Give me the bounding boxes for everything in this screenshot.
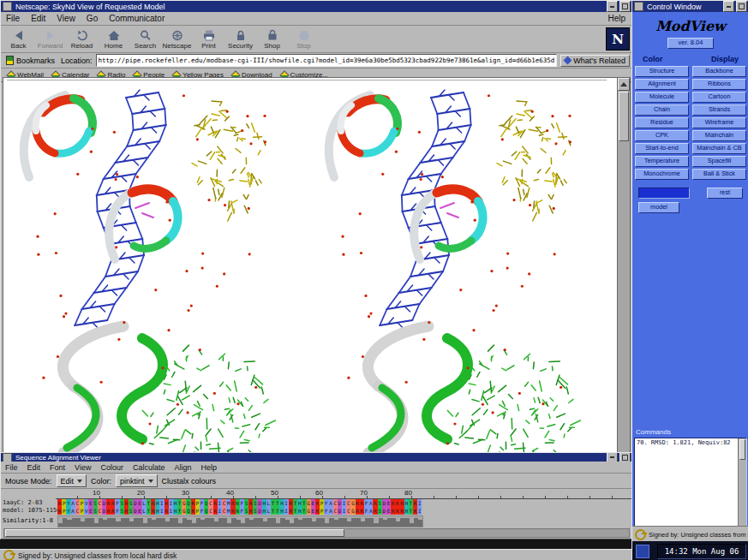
commands-scrollbar[interactable] xyxy=(738,438,746,527)
menu-help[interactable]: Help xyxy=(607,14,625,23)
rest-button[interactable]: rest xyxy=(707,188,743,199)
scroll-up-button[interactable] xyxy=(618,78,630,91)
security-icon xyxy=(234,29,248,42)
display-backbone-button[interactable]: Backbone xyxy=(692,66,746,77)
ruler-tick-40: 40 xyxy=(226,489,234,497)
shop-button[interactable]: Shop xyxy=(256,27,288,51)
desktop-panel: 14:32 Mon Aug 06 xyxy=(632,541,748,560)
back-icon xyxy=(12,29,26,42)
minimize-button[interactable] xyxy=(607,1,618,12)
color-structure-button[interactable]: Structure xyxy=(635,66,689,77)
display-strands-button[interactable]: Strands xyxy=(692,104,746,116)
scroll-thumb[interactable] xyxy=(619,92,629,141)
minimize-button[interactable] xyxy=(723,1,734,12)
modview-version-button[interactable]: ver. 8.04 xyxy=(667,38,714,49)
menu-file[interactable]: File xyxy=(6,14,20,23)
color-residue-button[interactable]: Residue xyxy=(635,117,689,128)
search-button[interactable]: Search xyxy=(129,27,161,51)
chevron-down-icon xyxy=(148,480,153,483)
alignment-ruler: 1020304050607080 xyxy=(56,489,632,499)
color-button-column: StructureAlignmentMoleculeChainResidueCP… xyxy=(635,66,689,180)
modview-window: Control Window ModView ver. 8.04 Color D… xyxy=(631,0,748,560)
reload-button[interactable]: Reload xyxy=(66,27,98,51)
alignment-menu-view[interactable]: View xyxy=(75,463,91,472)
maximize-button[interactable] xyxy=(619,1,631,12)
whats-related-button[interactable]: What's Related xyxy=(560,55,630,67)
mouse-mode-select[interactable]: Edit xyxy=(57,474,87,487)
browser-titlebar[interactable]: Netscape: SkyNd View of Requested Model xyxy=(1,1,632,12)
alignment-menu-file[interactable]: File xyxy=(5,463,18,472)
display-cartoon-button[interactable]: Cartoon xyxy=(692,92,746,103)
stop-button[interactable]: Stop xyxy=(288,27,320,51)
url-input[interactable] xyxy=(96,54,558,67)
commands-label: Commands xyxy=(636,428,671,436)
hscroll-thumb[interactable] xyxy=(5,529,344,537)
bookmarks-button[interactable]: Bookmarks xyxy=(3,55,57,66)
alignment-titlebar[interactable]: Sequence Alignment Viewer xyxy=(1,453,632,462)
menu-go[interactable]: Go xyxy=(87,14,98,23)
toolbar-button-label: Print xyxy=(201,42,215,50)
menu-edit[interactable]: Edit xyxy=(31,14,45,23)
minimize-button[interactable] xyxy=(607,453,618,462)
display-ribbons-button[interactable]: Ribbons xyxy=(692,79,746,90)
color-molecule-button[interactable]: Molecule xyxy=(635,92,689,103)
whats-related-icon xyxy=(564,57,572,65)
alignment-menu-align[interactable]: Align xyxy=(174,463,191,472)
color-monochrome-button[interactable]: Monochrome xyxy=(635,169,689,180)
residue-cell[interactable]: I xyxy=(417,507,422,515)
netscape-button[interactable]: Netscape xyxy=(161,27,193,51)
molecule-stereo-image xyxy=(3,78,620,452)
modview-window-title: Control Window xyxy=(647,3,720,11)
chevron-down-icon xyxy=(77,480,82,483)
display-wireframe-button[interactable]: Wireframe xyxy=(692,117,746,128)
menu-view[interactable]: View xyxy=(57,14,75,23)
window-menu-icon[interactable] xyxy=(3,2,12,11)
security-button[interactable]: Security xyxy=(224,27,256,51)
forward-button[interactable]: Forward xyxy=(34,27,66,51)
maximize-button[interactable] xyxy=(736,1,747,12)
display-mainchain-cb-button[interactable]: Mainchain & CB xyxy=(692,143,746,154)
shop-icon xyxy=(266,29,279,42)
search-icon xyxy=(139,29,153,42)
commands-scroll-thumb[interactable] xyxy=(739,439,745,460)
ruler-tick-70: 70 xyxy=(360,489,368,497)
back-button[interactable]: Back xyxy=(3,27,34,51)
alignment-menubar: FileEditFontViewColourCalculateAlignHelp xyxy=(1,462,632,474)
alignment-menu-colour[interactable]: Colour xyxy=(100,463,123,472)
display-button-column: BackboneRibbonsCartoonStrandsWireframeMa… xyxy=(692,66,746,180)
commands-output-box[interactable]: 70. RMSD: 1.821, Nequiv:82 xyxy=(634,438,747,528)
toolbar-buttons: BackForwardReloadHomeSearchNetscapePrint… xyxy=(3,27,605,51)
maximize-button[interactable] xyxy=(619,453,631,462)
color-chain-button[interactable]: Chain xyxy=(635,104,689,116)
modview-titlebar[interactable]: Control Window xyxy=(632,1,748,12)
selected-model-field[interactable] xyxy=(638,188,690,199)
home-button[interactable]: Home xyxy=(98,27,129,51)
display-mainchain-button[interactable]: Mainchain xyxy=(692,130,746,141)
panel-icon[interactable] xyxy=(636,545,649,558)
netscape-logo[interactable]: N xyxy=(606,27,630,51)
alignment-menu-calculate[interactable]: Calculate xyxy=(133,463,165,472)
color-cpk-button[interactable]: CPK xyxy=(635,130,689,141)
display-ball-stick-button[interactable]: Ball & Stick xyxy=(692,169,746,180)
color-alignment-button[interactable]: Alignment xyxy=(635,79,689,90)
reload-icon xyxy=(75,29,89,42)
menu-communicator[interactable]: Communicator xyxy=(109,14,165,23)
alignment-menu-help[interactable]: Help xyxy=(200,463,217,472)
display-spacefill-button[interactable]: Spacefill xyxy=(692,156,746,167)
alignment-menu-font[interactable]: Font xyxy=(50,463,65,472)
color-temperature-button[interactable]: Temperature xyxy=(635,156,689,167)
window-menu-icon[interactable] xyxy=(634,2,643,11)
residue-cell[interactable]: I xyxy=(417,499,422,507)
sequence-cells: RPYACPVESCDRRFSRSDELTRHIRIHTGQKPFQCRICMR… xyxy=(57,507,422,515)
print-button[interactable]: Print xyxy=(193,27,224,51)
window-menu-icon[interactable] xyxy=(3,453,12,462)
color-start-to-end-button[interactable]: Start-to-end xyxy=(635,143,689,154)
forward-icon xyxy=(44,29,57,42)
browser-toolbar: BackForwardReloadHomeSearchNetscapePrint… xyxy=(1,26,632,53)
ruler-tick-80: 80 xyxy=(404,489,412,497)
sequence-row-label: model: 1075-1156 xyxy=(1,507,57,515)
color-scheme-select[interactable]: pinktint xyxy=(116,474,158,487)
alignment-hscrollbar[interactable] xyxy=(3,528,630,538)
model-button[interactable]: model xyxy=(638,202,679,213)
alignment-menu-edit[interactable]: Edit xyxy=(27,463,41,472)
